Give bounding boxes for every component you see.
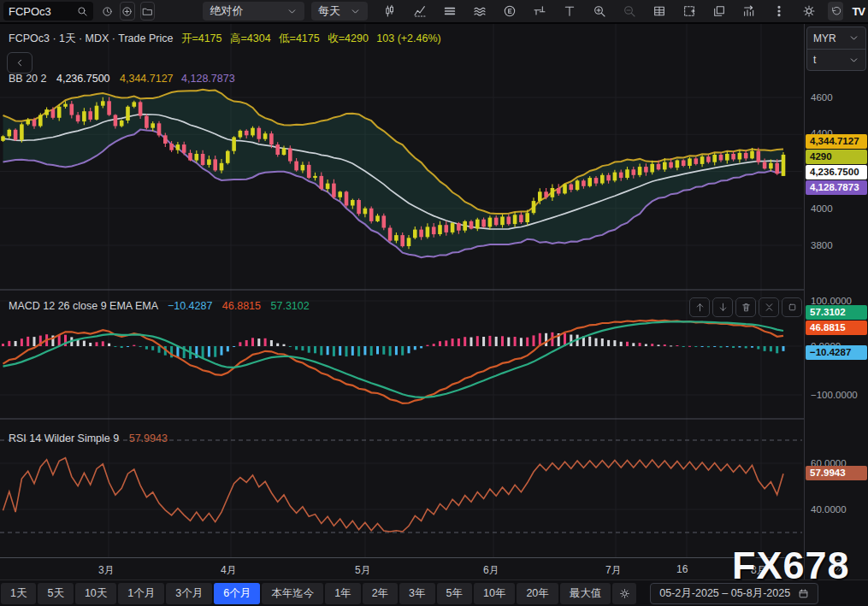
- range-button-6个月[interactable]: 6个月: [214, 583, 260, 604]
- macd-signal-value: 57.3102: [271, 300, 310, 312]
- alert-icon[interactable]: [529, 2, 550, 21]
- time-label: 5月: [355, 563, 371, 578]
- folder-icon[interactable]: [140, 2, 156, 21]
- range-button-1天[interactable]: 1天: [1, 583, 36, 604]
- symbol-search[interactable]: [3, 2, 93, 21]
- top-toolbar: 绝对价 每天 TV: [0, 0, 868, 24]
- move-pane-up-button[interactable]: [689, 297, 710, 317]
- price-mode-label: 绝对价: [210, 3, 243, 19]
- trading-app: 绝对价 每天 TV FCP: [0, 0, 868, 606]
- range-button-5年[interactable]: 5年: [437, 583, 472, 604]
- chevron-left-icon: [15, 57, 26, 68]
- unit-dropdown[interactable]: t: [807, 49, 865, 70]
- range-button-10年[interactable]: 10年: [474, 583, 515, 604]
- delete-pane-button[interactable]: [735, 297, 756, 317]
- undo-icon[interactable]: [828, 2, 844, 21]
- bar-replay-icon[interactable]: [739, 2, 759, 21]
- pane-toolbar: [689, 297, 802, 317]
- rsi-badge: 57.9943: [806, 466, 867, 480]
- bb-basis-badge: 4,236.7500: [806, 165, 867, 179]
- chevron-down-icon: [848, 32, 859, 44]
- e-circle-icon[interactable]: [499, 2, 520, 21]
- waves-icon[interactable]: [469, 2, 490, 21]
- range-button-1个月[interactable]: 1个月: [118, 583, 164, 604]
- move-pane-down-button[interactable]: [712, 297, 733, 317]
- zoom-in-icon[interactable]: [589, 2, 610, 21]
- currency-dropdown[interactable]: MYR: [807, 27, 865, 49]
- macd-legend[interactable]: MACD 12 26 close 9 EMA EMA −10.4287 46.8…: [9, 300, 310, 312]
- chevron-down-icon: [350, 6, 361, 17]
- interval-label: 每天: [318, 3, 340, 19]
- symbol-search-input[interactable]: [9, 5, 77, 18]
- change-value: 103 (+2.46%): [376, 32, 440, 44]
- range-button-1年[interactable]: 1年: [325, 583, 360, 604]
- range-button-本年迄今[interactable]: 本年迄今: [262, 583, 323, 604]
- chevron-down-icon: [286, 6, 298, 17]
- more-dots-icon[interactable]: [769, 2, 789, 21]
- table-icon[interactable]: [649, 2, 670, 21]
- price-tick: 4600: [811, 92, 833, 103]
- bb-legend[interactable]: BB 20 2 4,236.7500 4,344.7127 4,128.7873: [9, 73, 235, 85]
- search-icon: [77, 6, 88, 17]
- price-tick: 3800: [811, 240, 833, 250]
- scroll-to-recent-button[interactable]: [830, 560, 847, 576]
- zoom-out-icon: [619, 2, 640, 21]
- text-icon[interactable]: [559, 2, 580, 21]
- screenshot-icon[interactable]: [679, 2, 700, 21]
- chart-title: FCPOc3 · 1天 · MDX · Trade Price: [9, 32, 173, 44]
- price-scale[interactable]: MYR t 4600 4400 4200 4000 3800 4,344.712…: [804, 24, 868, 580]
- time-label: 3月: [98, 563, 115, 578]
- price-tick: 4000: [811, 203, 833, 214]
- range-bar: 1天5天10天1个月3个月6个月本年迄今1年2年3年5年10年20年最大值 05…: [0, 580, 868, 606]
- time-label: 8月: [751, 563, 767, 578]
- collapse-pane-button[interactable]: [759, 297, 779, 317]
- toolbar-icon-group: [380, 2, 819, 21]
- layers-icon[interactable]: [440, 2, 460, 21]
- macd-hist-badge: −10.4287: [806, 345, 867, 360]
- low-value: 4175: [296, 32, 320, 44]
- macd-signal-badge: 57.3102: [806, 305, 867, 320]
- gear-icon[interactable]: [799, 2, 819, 21]
- tradingview-logo[interactable]: TV: [852, 5, 865, 18]
- plus-circle-icon[interactable]: [120, 2, 135, 21]
- last-price-badge: 4290: [806, 150, 867, 164]
- time-label: 16: [676, 563, 688, 575]
- range-button-2年[interactable]: 2年: [363, 583, 398, 604]
- interval-dropdown[interactable]: 每天: [311, 2, 368, 21]
- macd-line-badge: 46.8815: [806, 321, 867, 335]
- open-value: 4175: [198, 32, 222, 44]
- maximize-pane-button[interactable]: [782, 297, 802, 317]
- clock-icon[interactable]: [100, 2, 115, 21]
- date-range-picker[interactable]: 05-2月-2025 – 05-8月-2025: [650, 583, 818, 604]
- price-mode-dropdown[interactable]: 绝对价: [203, 2, 304, 21]
- upper-band-badge: 4,344.7127: [806, 134, 867, 149]
- range-settings-gear-icon[interactable]: [612, 583, 636, 604]
- time-label: 6月: [483, 563, 499, 578]
- date-range-text: 05-2月-2025 – 05-8月-2025: [659, 586, 790, 601]
- close-value: 4290: [345, 32, 369, 44]
- calendar-icon: [798, 588, 809, 599]
- range-button-3年[interactable]: 3年: [399, 583, 434, 604]
- range-button-10天[interactable]: 10天: [75, 583, 116, 604]
- ohlc-header: FCPOc3 · 1天 · MDX · Trade Price 开=4175 高…: [9, 32, 441, 46]
- chevron-down-icon: [848, 55, 859, 66]
- bb-lower-value: 4,128.7873: [181, 73, 235, 85]
- copy-icon[interactable]: [709, 2, 729, 21]
- back-button[interactable]: [7, 52, 32, 74]
- bb-upper-value: 4,344.7127: [120, 73, 174, 85]
- range-button-最大值[interactable]: 最大值: [560, 583, 611, 604]
- time-label: 7月: [605, 563, 622, 578]
- range-button-3个月[interactable]: 3个月: [166, 583, 212, 604]
- time-axis[interactable]: 3月4月5月6月7月168月: [0, 557, 804, 580]
- macd-tick: −100.0000: [811, 390, 858, 400]
- candlestick-icon[interactable]: [380, 2, 400, 21]
- chart-canvas[interactable]: [0, 24, 804, 557]
- rsi-legend[interactable]: RSI 14 Wilder Simple 9 57.9943: [9, 432, 168, 444]
- indicator-icon[interactable]: [410, 2, 430, 21]
- chart-area[interactable]: FCPOc3 · 1天 · MDX · Trade Price 开=4175 高…: [0, 24, 804, 580]
- lower-band-badge: 4,128.7873: [806, 180, 867, 195]
- macd-line-value: 46.8815: [222, 300, 261, 312]
- rsi-tick: 40.0000: [811, 504, 847, 515]
- range-button-5天[interactable]: 5天: [38, 583, 73, 604]
- range-button-20年[interactable]: 20年: [517, 583, 558, 604]
